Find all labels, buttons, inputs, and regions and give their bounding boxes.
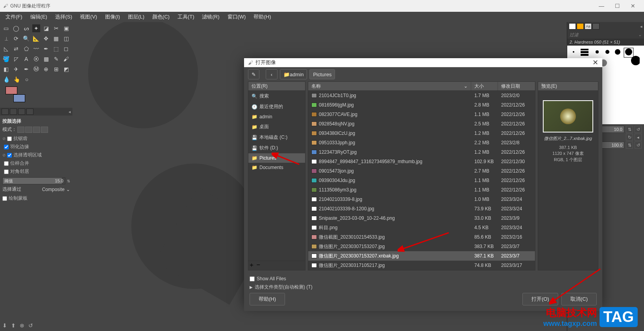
sidebar-item[interactable]: 📁Pictures — [248, 153, 305, 163]
close-button[interactable]: ✕ — [625, 0, 641, 12]
tool-blur[interactable]: 💧 — [2, 75, 10, 83]
threshold-spinner[interactable]: ⇅ — [67, 179, 70, 183]
sidebar-add-icon[interactable]: ＋ — [248, 261, 255, 268]
option-checkbox[interactable] — [4, 145, 9, 149]
menu-item[interactable]: 视图(V) — [76, 12, 101, 22]
sidebar-item[interactable]: 💾软件 (D:) — [248, 143, 305, 153]
tool-path[interactable]: ✒ — [43, 45, 50, 53]
mode-replace[interactable] — [17, 127, 24, 133]
bg-color[interactable] — [13, 94, 25, 102]
menu-item[interactable]: 滤镜(R) — [198, 12, 223, 22]
tool-move[interactable]: ✥ — [43, 35, 50, 42]
menu-item[interactable]: 文件(F) — [2, 12, 26, 22]
open-button[interactable]: 打开(O) — [522, 293, 558, 305]
close-icon[interactable]: ⊘ — [2, 136, 6, 141]
dialog-close-button[interactable]: ✕ — [592, 58, 598, 67]
breadcrumb-pictures[interactable]: Pictures — [309, 69, 335, 79]
tab-history[interactable] — [592, 23, 600, 29]
help-button[interactable]: 帮助(H) — [250, 293, 285, 305]
menu-item[interactable]: 工具(T) — [174, 12, 198, 22]
sidebar-item[interactable]: 🔍搜索 — [248, 91, 305, 101]
file-list[interactable]: 21014JCb1T0.jpg1.7 MB2023/2/00816596tjgM… — [308, 91, 535, 270]
file-row[interactable]: 21014JCb1T0.jpg1.7 MB2023/2/0 — [308, 91, 535, 100]
file-row[interactable]: 210402103339-8.jpg1.0 MB2023/3/24 — [308, 195, 535, 204]
file-row[interactable]: 微信截图_20230102154533.jpg85.6 KB2023/2/16 — [308, 232, 535, 242]
expand-filetype-icon[interactable]: ▶ — [250, 285, 253, 289]
cancel-button[interactable]: 取消(C) — [561, 293, 597, 305]
tool-scissors[interactable]: ✂ — [52, 24, 60, 32]
breadcrumb-admin[interactable]: 📁 admin — [280, 69, 307, 79]
tool-align[interactable]: ▦ — [52, 35, 60, 42]
file-row[interactable]: 1223473RyOT.jpg1.2 MB2022/12/26 — [308, 147, 535, 157]
tool-ellipse-select[interactable]: ◯ — [12, 24, 20, 32]
tool-brush[interactable]: 🖌 — [63, 55, 70, 63]
tool-smudge[interactable]: 👆 — [13, 75, 20, 83]
restore-preset-icon[interactable]: ⬆ — [11, 322, 16, 329]
file-row[interactable]: 09390304Jdu.jpg1.1 MB2022/12/26 — [308, 176, 535, 185]
tool-perspective[interactable]: ◺ — [2, 45, 10, 53]
tool-crop[interactable]: ⟂ — [2, 35, 10, 42]
file-row[interactable]: 0928548sjNV.jpg2.5 MB2022/12/26 — [308, 119, 535, 129]
tool-rect-select[interactable]: ▭ — [2, 24, 10, 32]
tool-crop2[interactable]: ◫ — [63, 35, 70, 42]
brush-refresh-icon[interactable]: ↻ — [626, 134, 633, 141]
tool-clone[interactable]: ⊕ — [43, 65, 50, 73]
column-name[interactable]: 名称⌄ — [308, 82, 471, 90]
tool-gradient[interactable]: ◸ — [12, 55, 20, 63]
tab-undo[interactable] — [18, 108, 25, 115]
tool-color-picker[interactable]: ⦿ — [32, 55, 40, 63]
mode-add[interactable] — [25, 127, 32, 133]
file-row[interactable]: 8994847_8994847_1316273495879_mthumb.jpg… — [308, 157, 535, 166]
file-row[interactable]: 科目.png4.5 KB2023/3/24 — [308, 223, 535, 232]
show-all-checkbox[interactable] — [250, 276, 255, 281]
file-row[interactable]: 0816596tjgM.jpg2.8 MB2022/12/26 — [308, 100, 535, 110]
tool-3d[interactable]: ⬚ — [52, 45, 60, 53]
tool-heal[interactable]: ⊞ — [52, 65, 60, 73]
tool-mypaint[interactable]: Ⓜ — [32, 65, 40, 73]
tool-free-select[interactable]: ᔕ — [22, 24, 30, 32]
file-row[interactable]: 0951033Jpph.jpg2.2 MB2023/2/8 — [308, 138, 535, 147]
file-row[interactable]: 0823077CAVE.jpg1.1 MB2022/12/26 — [308, 110, 535, 119]
sidebar-item[interactable]: 📁Documents — [248, 163, 305, 172]
file-row[interactable]: 11135086ym3.jpg1.1 MB2022/12/26 — [308, 185, 535, 195]
tool-by-color[interactable]: ◪ — [43, 24, 50, 32]
brush-spacing-spinner[interactable]: ⇅ — [626, 142, 633, 149]
path-edit-button[interactable]: ✎ — [248, 69, 259, 79]
brush-spacing-reset[interactable]: ↺ — [635, 142, 642, 149]
file-row[interactable]: 微信图片_20230307153207.xnbak.jpg387.1 KB202… — [308, 251, 535, 261]
sidebar-item[interactable]: 📁桌面 — [248, 121, 305, 132]
menu-item[interactable]: 图层(L) — [124, 12, 148, 22]
menu-item[interactable]: 帮助(H) — [250, 12, 275, 22]
menu-item[interactable]: 窗口(W) — [224, 12, 250, 22]
column-size[interactable]: 大小 — [471, 82, 498, 90]
tool-handle[interactable]: ◻ — [63, 45, 70, 53]
option-checkbox[interactable] — [4, 161, 9, 166]
minimize-button[interactable]: — — [594, 0, 609, 12]
menu-item[interactable]: 图像(I) — [101, 12, 124, 22]
menu-item[interactable]: 编辑(E) — [26, 12, 51, 22]
menu-item[interactable]: 颜色(C) — [148, 12, 174, 22]
column-date[interactable]: 修改日期 — [498, 82, 535, 90]
tool-rotate[interactable]: ⟳ — [12, 35, 20, 42]
save-preset-icon[interactable]: ⬇ — [2, 322, 7, 329]
maximize-button[interactable]: ☐ — [609, 0, 625, 12]
menu-item[interactable]: 选择(S) — [51, 12, 76, 22]
tool-warp[interactable]: 〰 — [32, 45, 40, 53]
tool-ink[interactable]: ✒ — [22, 65, 30, 73]
file-row[interactable]: 09015473jon.jpg2.7 MB2022/12/26 — [308, 166, 535, 176]
file-row[interactable]: 210402103339-8-1200.jpg73.9 KB2023/3/24 — [308, 204, 535, 213]
tab-patterns[interactable] — [577, 23, 584, 29]
tool-eraser[interactable]: ◧ — [2, 65, 10, 73]
right-panel-menu-icon[interactable]: ◂ — [640, 24, 642, 29]
tool-text[interactable]: A — [22, 55, 30, 63]
file-row[interactable]: 微信图片_20230317105217.jpg74.8 KB2023/3/17 — [308, 261, 535, 270]
tab-images[interactable] — [26, 108, 33, 115]
mask-checkbox[interactable] — [2, 196, 7, 201]
file-row[interactable]: Snipaste_2023-03-09_10-22-46.png33.0 KB2… — [308, 213, 535, 223]
tool-bucket[interactable]: 🪣 — [2, 55, 10, 63]
tool-pattern[interactable]: ▩ — [43, 55, 50, 63]
tool-cage[interactable]: ⬠ — [22, 45, 30, 53]
brush-size-reset[interactable]: ↺ — [635, 126, 642, 133]
tab-device[interactable] — [10, 108, 17, 115]
mode-intersect[interactable] — [41, 127, 48, 133]
